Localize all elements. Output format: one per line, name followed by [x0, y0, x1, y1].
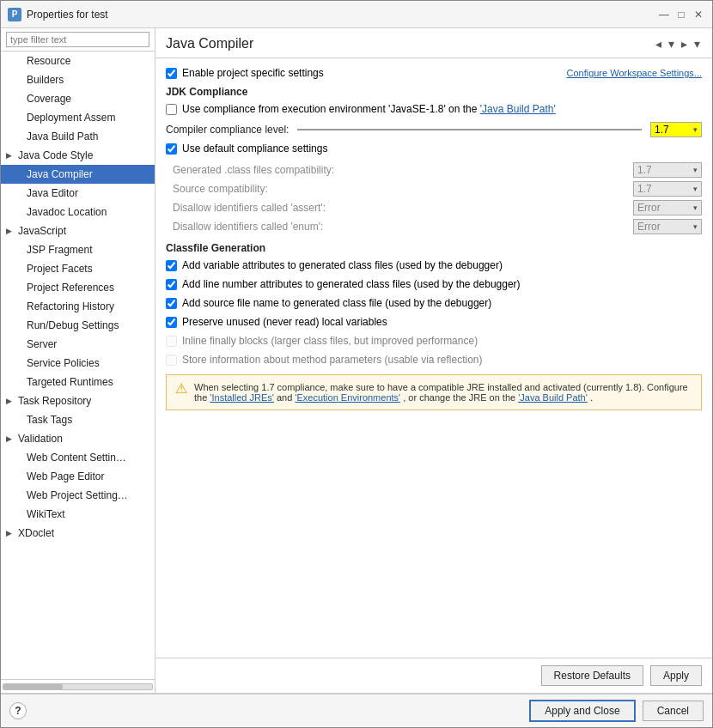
- sidebar-item-label-resource: Resource: [27, 53, 70, 69]
- sidebar-item-server[interactable]: Server: [1, 335, 155, 354]
- disallow-enum-dropdown[interactable]: Error ▾: [633, 219, 702, 234]
- installed-jres-link[interactable]: 'Installed JREs': [210, 392, 274, 403]
- sidebar-item-label-project-facets: Project Facets: [27, 261, 93, 276]
- execution-envs-link[interactable]: 'Execution Environments': [295, 392, 400, 403]
- classfile-check-preserve-unused[interactable]: [166, 317, 177, 328]
- sidebar-item-label-web-page-editor: Web Page Editor: [27, 469, 105, 484]
- restore-defaults-button[interactable]: Restore Defaults: [541, 665, 643, 686]
- sidebar-item-label-task-repository: Task Repository: [18, 393, 91, 409]
- filter-input[interactable]: [6, 32, 149, 47]
- sidebar-list: ResourceBuildersCoverageDeployment Assem…: [1, 52, 155, 679]
- compliance-dropdown-arrow: ▾: [693, 125, 698, 134]
- help-button[interactable]: ?: [9, 702, 27, 719]
- app-icon: P: [8, 8, 21, 21]
- sidebar-item-web-project-setting[interactable]: Web Project Setting…: [1, 486, 155, 505]
- sidebar-item-xdoclet[interactable]: ▶XDoclet: [1, 524, 155, 543]
- sidebar: ResourceBuildersCoverageDeployment Assem…: [1, 28, 155, 693]
- classfile-check-inline-finally: [166, 336, 177, 347]
- close-button[interactable]: ✕: [692, 8, 705, 21]
- sidebar-item-label-jsp-fragment: JSP Fragment: [27, 242, 92, 258]
- source-compat-dropdown[interactable]: 1.7 ▾: [633, 181, 702, 197]
- java-build-path-link2[interactable]: 'Java Build Path': [518, 392, 588, 403]
- source-compat-dropdown-arrow: ▾: [693, 185, 698, 193]
- sidebar-item-label-server: Server: [27, 337, 57, 352]
- panel-nav: ◂ ▾ ▸ ▾: [654, 35, 702, 52]
- sidebar-item-label-wikitext: WikiText: [27, 507, 65, 522]
- generated-class-dropdown[interactable]: 1.7 ▾: [633, 162, 702, 178]
- sidebar-item-jsp-fragment[interactable]: JSP Fragment: [1, 240, 155, 259]
- generated-class-dropdown-arrow: ▾: [693, 166, 698, 174]
- sidebar-item-refactoring-history[interactable]: Refactoring History: [1, 297, 155, 316]
- sidebar-item-label-coverage: Coverage: [27, 91, 71, 106]
- classfile-check-add-line-number-row: Add line number attributes to generated …: [166, 278, 702, 290]
- scroll-thumb: [3, 684, 63, 689]
- use-compliance-checkbox[interactable]: [166, 104, 177, 115]
- minimize-button[interactable]: —: [657, 8, 671, 21]
- nav-back-button[interactable]: ◂: [654, 35, 663, 52]
- sidebar-item-builders[interactable]: Builders: [1, 70, 155, 89]
- sidebar-item-deployment-assem[interactable]: Deployment Assem: [1, 108, 155, 127]
- sidebar-item-task-tags[interactable]: Task Tags: [1, 410, 155, 429]
- use-default-compliance-checkbox[interactable]: [166, 143, 177, 155]
- classfile-section-header: Classfile Generation: [166, 242, 702, 254]
- sidebar-item-label-javascript: JavaScript: [18, 223, 66, 239]
- sidebar-item-java-code-style[interactable]: ▶Java Code Style: [1, 146, 155, 165]
- sidebar-item-project-facets[interactable]: Project Facets: [1, 259, 155, 278]
- sidebar-item-label-deployment-assem: Deployment Assem: [27, 110, 115, 125]
- disallow-assert-dropdown[interactable]: Error ▾: [633, 200, 702, 215]
- window-controls: — □ ✕: [657, 8, 705, 21]
- nav-dropdown2-button[interactable]: ▾: [692, 35, 702, 52]
- sidebar-item-service-policies[interactable]: Service Policies: [1, 354, 155, 373]
- sidebar-item-web-page-editor[interactable]: Web Page Editor: [1, 467, 155, 486]
- sidebar-item-wikitext[interactable]: WikiText: [1, 505, 155, 524]
- use-default-compliance-row: Use default compliance settings: [166, 143, 702, 155]
- disallow-enum-label: Disallow identifiers called 'enum':: [166, 221, 633, 233]
- classfile-check-add-variable-row: Add variable attributes to generated cla…: [166, 259, 702, 271]
- sidebar-item-task-repository[interactable]: ▶Task Repository: [1, 391, 155, 410]
- sidebar-item-label-service-policies: Service Policies: [27, 355, 100, 371]
- sidebar-item-run-debug-settings[interactable]: Run/Debug Settings: [1, 316, 155, 335]
- classfile-check-inline-finally-row: Inline finally blocks (larger class file…: [166, 335, 702, 347]
- cancel-button[interactable]: Cancel: [643, 701, 704, 721]
- sidebar-scrollbar[interactable]: [1, 679, 155, 693]
- classfile-check-add-line-number[interactable]: [166, 279, 177, 290]
- maximize-button[interactable]: □: [674, 8, 688, 21]
- classfile-check-add-source-file[interactable]: [166, 298, 177, 309]
- sidebar-item-label-java-compiler: Java Compiler: [27, 167, 93, 182]
- sidebar-filter-container: [1, 28, 155, 52]
- bottom-bar: ? Apply and Close Cancel: [1, 693, 712, 727]
- apply-button[interactable]: Apply: [650, 665, 702, 686]
- sidebar-item-resource[interactable]: Resource: [1, 52, 155, 70]
- panel-header: Java Compiler ◂ ▾ ▸ ▾: [155, 28, 712, 58]
- sidebar-item-label-xdoclet: XDoclet: [18, 525, 54, 541]
- classfile-check-preserve-unused-label: Preserve unused (never read) local varia…: [182, 316, 387, 328]
- nav-dropdown-button[interactable]: ▾: [667, 35, 676, 52]
- classfile-check-store-info: [166, 355, 177, 366]
- classfile-check-add-variable[interactable]: [166, 260, 177, 271]
- disallow-assert-dropdown-arrow: ▾: [693, 203, 698, 212]
- sidebar-item-javascript[interactable]: ▶JavaScript: [1, 221, 155, 240]
- classfile-check-add-variable-label: Add variable attributes to generated cla…: [182, 259, 503, 271]
- apply-and-close-button[interactable]: Apply and Close: [529, 700, 635, 722]
- sidebar-item-web-content-settings[interactable]: Web Content Settin…: [1, 448, 155, 467]
- sidebar-item-java-editor[interactable]: Java Editor: [1, 184, 155, 203]
- sidebar-item-label-java-code-style: Java Code Style: [18, 148, 93, 163]
- sidebar-item-java-build-path[interactable]: Java Build Path: [1, 127, 155, 146]
- nav-forward-button[interactable]: ▸: [679, 35, 689, 52]
- sidebar-item-coverage[interactable]: Coverage: [1, 89, 155, 108]
- right-panel: Java Compiler ◂ ▾ ▸ ▾ Enable project spe…: [155, 28, 712, 693]
- configure-workspace-link[interactable]: Configure Workspace Settings...: [566, 68, 702, 78]
- panel-title: Java Compiler: [166, 36, 253, 52]
- enable-specific-settings-checkbox[interactable]: [166, 68, 177, 79]
- sidebar-item-javadoc-location[interactable]: Javadoc Location: [1, 203, 155, 221]
- sidebar-item-validation[interactable]: ▶Validation: [1, 429, 155, 448]
- classfile-check-inline-finally-label: Inline finally blocks (larger class file…: [182, 335, 478, 347]
- compliance-level-dropdown[interactable]: 1.7 ▾: [650, 122, 702, 137]
- use-compliance-row: Use compliance from execution environmen…: [166, 103, 702, 115]
- main-content: ResourceBuildersCoverageDeployment Assem…: [1, 28, 712, 693]
- sidebar-item-java-compiler[interactable]: Java Compiler: [1, 165, 155, 184]
- sidebar-item-targeted-runtimes[interactable]: Targeted Runtimes: [1, 373, 155, 391]
- sidebar-item-project-references[interactable]: Project References: [1, 278, 155, 297]
- java-build-path-link[interactable]: 'Java Build Path': [480, 103, 556, 115]
- compliance-slider[interactable]: [297, 129, 642, 130]
